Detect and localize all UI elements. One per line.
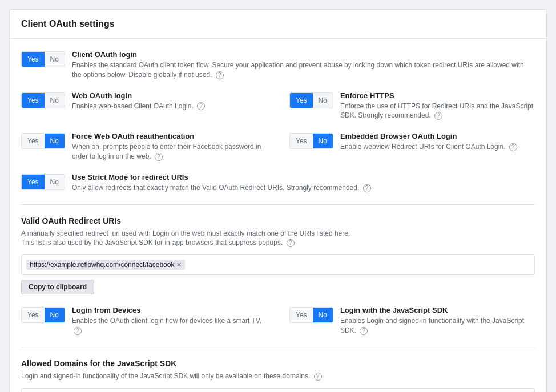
divider-2 [21,347,535,347]
allowed-domains-desc: Login and signed-in functionality of the… [21,371,535,381]
strict-mode-section: Yes No Use Strict Mode for redirect URIs… [21,173,535,193]
login-jssdk-content: Login with the JavaScript SDK Enables Lo… [340,306,535,336]
login-jssdk-no-btn[interactable]: No [313,308,333,322]
login-devices-no-btn[interactable]: No [45,308,65,322]
login-devices-toggle[interactable]: Yes No [21,307,65,323]
row-login-devices-jssdk: Yes No Login from Devices Enables the OA… [21,306,535,336]
embedded-browser-content: Embedded Browser OAuth Login Enable webv… [340,132,535,152]
force-reauth-item: Yes No Force Web OAuth reauthentication … [21,132,267,161]
allowed-domains-section: Allowed Domains for the JavaScript SDK L… [21,359,535,392]
enforce-https-title: Enforce HTTPS [340,91,535,100]
force-reauth-desc: When on, prompts people to enter their F… [72,142,267,161]
client-oauth-login-help[interactable]: ? [216,71,224,79]
client-oauth-login-desc: Enables the standard OAuth client token … [72,60,535,80]
web-oauth-login-no-btn[interactable]: No [45,93,65,108]
client-oauth-login-content: Client OAuth login Enables the standard … [72,50,535,80]
force-reauth-help[interactable]: ? [155,153,163,161]
embedded-browser-no-btn[interactable]: No [313,134,333,148]
enforce-https-desc: Enforce the use of HTTPS for Redirect UR… [340,102,535,121]
valid-uris-desc: A manually specified redirect_uri used w… [21,229,535,248]
client-oauth-login-title: Client OAuth login [72,50,535,59]
strict-mode-title: Use Strict Mode for redirect URIs [72,173,535,181]
strict-mode-content: Use Strict Mode for redirect URIs Only a… [72,173,535,193]
client-oauth-login-yes-btn[interactable]: Yes [22,52,45,67]
enforce-https-toggle[interactable]: Yes No [289,92,333,108]
uri-tag-close-icon[interactable]: ✕ [176,262,182,268]
login-jssdk-desc: Enables Login and signed-in functionalit… [340,316,535,336]
embedded-browser-desc: Enable webview Redirect URIs for Client … [340,142,535,152]
web-oauth-login-desc: Enables web-based Client OAuth Login. ? [72,102,267,111]
strict-mode-item: Yes No Use Strict Mode for redirect URIs… [21,173,535,193]
embedded-browser-item: Yes No Embedded Browser OAuth Login Enab… [289,132,535,161]
valid-uris-help[interactable]: ? [287,239,295,247]
login-devices-item: Yes No Login from Devices Enables the OA… [21,306,267,336]
login-devices-content: Login from Devices Enables the OAuth cli… [72,306,267,336]
login-jssdk-help[interactable]: ? [360,327,368,335]
card-title: Client OAuth settings [10,10,546,39]
embedded-browser-title: Embedded Browser OAuth Login [340,132,535,140]
embedded-browser-help[interactable]: ? [509,143,517,151]
web-oauth-login-help[interactable]: ? [197,102,205,110]
login-devices-yes-btn[interactable]: Yes [22,308,45,322]
strict-mode-no-btn[interactable]: No [45,175,65,189]
web-oauth-login-item: Yes No Web OAuth login Enables web-based… [21,91,267,121]
uri-tag: https://example.reflowhq.com/connect/fac… [26,260,185,270]
login-devices-help[interactable]: ? [74,327,82,335]
allowed-domains-help[interactable]: ? [314,373,322,381]
client-oauth-login-toggle[interactable]: Yes No [21,51,65,67]
web-oauth-login-yes-btn[interactable]: Yes [22,93,45,108]
enforce-https-content: Enforce HTTPS Enforce the use of HTTPS f… [340,91,535,121]
web-oauth-login-toggle[interactable]: Yes No [21,92,65,108]
force-reauth-toggle[interactable]: Yes No [21,133,65,149]
force-reauth-no-btn[interactable]: No [45,134,65,148]
force-reauth-content: Force Web OAuth reauthentication When on… [72,132,267,161]
strict-mode-desc: Only allow redirects that exactly match … [72,183,535,193]
divider-1 [21,204,535,205]
enforce-https-yes-btn[interactable]: Yes [290,93,313,108]
login-jssdk-toggle[interactable]: Yes No [289,307,333,323]
client-oauth-login-no-btn[interactable]: No [45,52,65,67]
allowed-domains-input[interactable] [21,388,535,392]
valid-uris-title: Valid OAuth Redirect URIs [21,216,535,225]
strict-mode-help[interactable]: ? [363,184,371,192]
uri-input-area[interactable]: https://example.reflowhq.com/connect/fac… [21,254,535,275]
login-jssdk-item: Yes No Login with the JavaScript SDK Ena… [289,306,535,336]
enforce-https-item: Yes No Enforce HTTPS Enforce the use of … [289,91,535,121]
embedded-browser-toggle[interactable]: Yes No [289,133,333,149]
strict-mode-toggle[interactable]: Yes No [21,174,65,190]
uri-tag-value: https://example.reflowhq.com/connect/fac… [30,261,174,269]
login-jssdk-yes-btn[interactable]: Yes [290,308,313,322]
valid-uris-section: Valid OAuth Redirect URIs A manually spe… [21,216,535,295]
client-oauth-settings-card: Client OAuth settings Yes No Client OAut… [9,9,547,392]
embedded-browser-yes-btn[interactable]: Yes [290,134,313,148]
row-web-oauth-enforce: Yes No Web OAuth login Enables web-based… [21,91,535,121]
enforce-https-no-btn[interactable]: No [313,93,333,108]
row-force-reauth-embedded: Yes No Force Web OAuth reauthentication … [21,132,535,161]
enforce-https-help[interactable]: ? [434,112,442,120]
client-oauth-login-item: Yes No Client OAuth login Enables the st… [21,50,535,80]
login-devices-desc: Enables the OAuth client login flow for … [72,316,267,336]
client-oauth-login-section: Yes No Client OAuth login Enables the st… [21,50,535,80]
allowed-domains-title: Allowed Domains for the JavaScript SDK [21,359,535,368]
login-jssdk-title: Login with the JavaScript SDK [340,306,535,314]
login-devices-title: Login from Devices [72,306,267,314]
strict-mode-yes-btn[interactable]: Yes [22,175,45,189]
web-oauth-login-title: Web OAuth login [72,91,267,100]
force-reauth-yes-btn[interactable]: Yes [22,134,45,148]
web-oauth-login-content: Web OAuth login Enables web-based Client… [72,91,267,111]
copy-to-clipboard-button[interactable]: Copy to clipboard [21,280,94,294]
force-reauth-title: Force Web OAuth reauthentication [72,132,267,140]
card-body: Yes No Client OAuth login Enables the st… [10,39,546,392]
